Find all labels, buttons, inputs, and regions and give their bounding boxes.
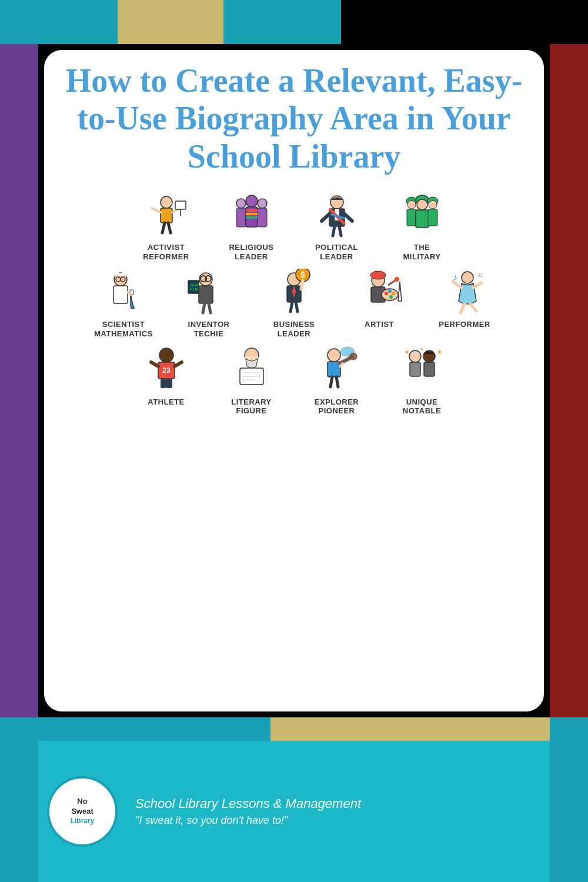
scientist-icon xyxy=(99,267,149,317)
svg-point-30 xyxy=(417,199,427,210)
svg-line-24 xyxy=(333,226,335,236)
bottom-strips xyxy=(0,717,588,741)
svg-line-22 xyxy=(322,214,329,221)
category-literary: LITERARYFIGURE xyxy=(211,345,293,416)
athlete-label: ATHLETE xyxy=(148,397,184,407)
svg-rect-102 xyxy=(424,362,435,376)
brand-logo: No Sweat Library xyxy=(47,776,118,847)
category-athlete: 23 ATHLETE xyxy=(125,345,208,416)
political-icon xyxy=(312,190,362,240)
icon-row-3: 23 ATHLETE xyxy=(62,345,526,416)
explorer-icon xyxy=(312,345,362,395)
svg-rect-100 xyxy=(410,362,420,376)
svg-line-58 xyxy=(290,302,292,312)
svg-point-10 xyxy=(258,199,267,208)
unique-icon: ★ ★ ✦ xyxy=(397,345,447,395)
bottom-strip-teal xyxy=(0,717,270,741)
business-icon: $ xyxy=(269,267,319,317)
svg-text:♫: ♫ xyxy=(477,270,483,279)
category-military: THEMILITARY xyxy=(381,190,463,261)
svg-line-74 xyxy=(473,283,481,288)
svg-rect-45 xyxy=(199,286,213,303)
svg-rect-36 xyxy=(113,286,128,303)
svg-line-76 xyxy=(470,304,476,311)
performer-label: PERFORMER xyxy=(439,320,490,329)
left-border-bottom xyxy=(0,717,38,882)
top-strip xyxy=(0,0,588,44)
svg-line-23 xyxy=(345,214,352,221)
category-unique: ★ ★ ✦ UNIQUENOTABLE xyxy=(381,345,463,416)
svg-rect-82 xyxy=(161,379,166,388)
icon-row-2: SCIENTISTMATHEMATICS 10 xyxy=(62,267,526,338)
category-explorer: EXPLORERPIONEER xyxy=(296,345,378,416)
artist-label: ARTIST xyxy=(365,320,394,329)
svg-line-57 xyxy=(301,280,303,289)
svg-line-2 xyxy=(152,208,161,212)
svg-point-8 xyxy=(236,199,246,208)
military-icon xyxy=(397,190,447,240)
category-business: $ BUSINESSLEADER xyxy=(253,267,335,338)
svg-point-0 xyxy=(161,196,172,208)
svg-line-6 xyxy=(162,223,165,233)
svg-text:$: $ xyxy=(300,270,305,279)
main-card: How to Create a Relevant, Easy-to-Use Bi… xyxy=(44,50,544,711)
business-label: BUSINESSLEADER xyxy=(273,320,315,338)
brand-tagline: School Library Lessons & Management xyxy=(135,796,361,811)
category-inventor: 1010 0110 INVENTORTECHIE xyxy=(168,267,250,338)
svg-rect-11 xyxy=(236,208,246,227)
religious-label: RELIGIOUSLEADER xyxy=(229,243,273,261)
svg-text:✦: ✦ xyxy=(420,346,424,352)
logo-line2: Sweat xyxy=(71,807,93,817)
svg-line-59 xyxy=(296,302,298,312)
category-scientist: SCIENTISTMATHEMATICS xyxy=(82,267,165,338)
logo-line3: Library xyxy=(71,817,95,826)
athlete-icon: 23 xyxy=(141,345,191,395)
svg-line-73 xyxy=(453,282,462,288)
artist-icon xyxy=(355,267,405,317)
svg-rect-14 xyxy=(246,209,258,212)
svg-point-65 xyxy=(388,289,392,293)
svg-point-66 xyxy=(392,292,395,295)
svg-line-80 xyxy=(151,362,158,366)
svg-text:23: 23 xyxy=(162,366,171,375)
svg-line-81 xyxy=(175,362,182,366)
top-strip-black xyxy=(341,0,588,44)
category-artist: ARTIST xyxy=(338,267,420,338)
inventor-icon: 1010 0110 xyxy=(184,267,234,317)
svg-rect-13 xyxy=(258,208,267,227)
religious-icon xyxy=(226,190,276,240)
svg-point-67 xyxy=(389,295,393,299)
page-title: How to Create a Relevant, Easy-to-Use Bi… xyxy=(62,62,526,175)
icon-row-1: ACTIVISTREFORMER xyxy=(62,190,526,261)
activist-label: ACTIVISTREFORMER xyxy=(143,243,189,261)
right-border-dark-red xyxy=(550,44,588,717)
svg-point-91 xyxy=(340,349,348,356)
brand-subtitle: "I sweat it, so you don't have to!" xyxy=(135,814,361,827)
bottom-strip-gold xyxy=(270,717,588,741)
top-strip-gold xyxy=(118,0,223,44)
svg-line-50 xyxy=(203,303,205,313)
military-label: THEMILITARY xyxy=(403,243,441,261)
right-border-bottom xyxy=(550,717,588,882)
svg-point-9 xyxy=(246,195,258,207)
political-label: POLITICALLEADER xyxy=(315,243,358,261)
svg-rect-15 xyxy=(246,213,258,215)
bottom-area: No Sweat Library School Library Lessons … xyxy=(0,717,588,882)
svg-text:1010: 1010 xyxy=(190,283,199,287)
icon-grid: ACTIVISTREFORMER xyxy=(62,190,526,416)
svg-rect-4 xyxy=(175,201,186,209)
svg-line-97 xyxy=(330,377,332,387)
bottom-content: No Sweat Library School Library Lessons … xyxy=(0,741,588,882)
literary-icon xyxy=(226,345,276,395)
left-border-purple xyxy=(0,44,38,717)
category-activist: ACTIVISTREFORMER xyxy=(125,190,208,261)
top-strip-teal-left xyxy=(0,0,118,44)
svg-line-98 xyxy=(336,377,338,387)
svg-point-89 xyxy=(328,349,340,362)
svg-line-7 xyxy=(168,223,171,233)
performer-icon: ♪ ♫ xyxy=(440,267,490,317)
svg-point-29 xyxy=(407,201,416,209)
svg-rect-34 xyxy=(428,209,437,226)
top-strip-teal-right xyxy=(223,0,341,44)
svg-rect-83 xyxy=(166,379,172,388)
